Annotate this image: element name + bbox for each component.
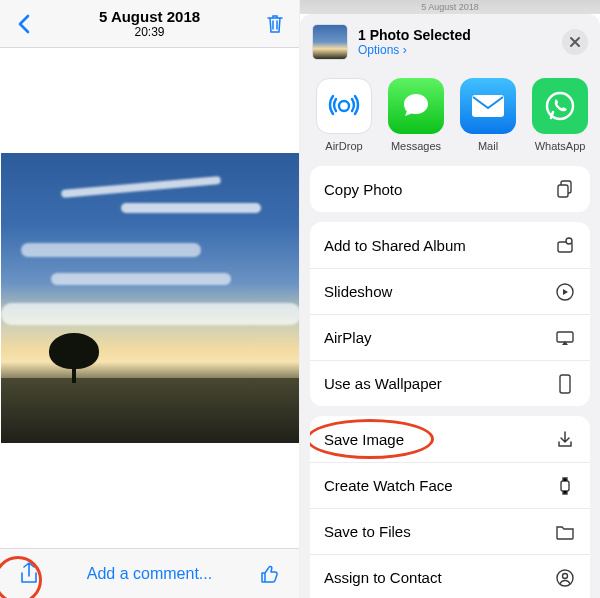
header-time: 20:39	[38, 25, 261, 39]
photo-viewer-screen: 5 August 2018 20:39 Add a comment...	[0, 0, 300, 598]
share-apps-row[interactable]: AirDrop Messages Mail	[300, 70, 600, 158]
trash-icon	[265, 13, 285, 35]
messages-icon	[388, 78, 444, 134]
share-app-airdrop[interactable]: AirDrop	[310, 78, 378, 152]
svg-rect-4	[558, 185, 568, 197]
svg-rect-9	[560, 375, 570, 393]
action-slideshow[interactable]: Slideshow	[310, 268, 590, 314]
back-button[interactable]	[10, 10, 38, 38]
delete-button[interactable]	[261, 10, 289, 38]
svg-rect-1	[472, 95, 504, 117]
like-button[interactable]	[255, 559, 285, 589]
action-group: Add to Shared Album Slideshow AirPlay Us…	[310, 222, 590, 406]
svg-point-6	[566, 238, 572, 244]
play-icon	[554, 281, 576, 303]
whatsapp-icon	[532, 78, 588, 134]
phone-icon	[554, 373, 576, 395]
action-label: Add to Shared Album	[324, 237, 466, 254]
share-sheet-header: 1 Photo Selected Options	[300, 14, 600, 70]
action-add-to-shared-album[interactable]: Add to Shared Album	[310, 222, 590, 268]
background-peek: 5 August 2018	[300, 0, 600, 14]
header-date: 5 August 2018	[38, 8, 261, 25]
close-button[interactable]	[562, 29, 588, 55]
action-label: Save Image	[324, 431, 404, 448]
action-label: Use as Wallpaper	[324, 375, 442, 392]
share-app-messages[interactable]: Messages	[382, 78, 450, 152]
photo-header: 5 August 2018 20:39	[0, 0, 299, 48]
svg-rect-8	[557, 332, 573, 342]
action-airplay[interactable]: AirPlay	[310, 314, 590, 360]
share-app-whatsapp[interactable]: WhatsApp	[526, 78, 594, 152]
action-label: Copy Photo	[324, 181, 402, 198]
app-label: Mail	[478, 140, 498, 152]
options-link[interactable]: Options	[358, 43, 562, 57]
action-save-image[interactable]: Save Image	[310, 416, 590, 462]
action-use-as-wallpaper[interactable]: Use as Wallpaper	[310, 360, 590, 406]
action-assign-to-contact[interactable]: Assign to Contact	[310, 554, 590, 598]
svg-point-12	[563, 573, 568, 578]
selection-thumbnail	[312, 24, 348, 60]
action-create-watch-face[interactable]: Create Watch Face	[310, 462, 590, 508]
copy-icon	[554, 178, 576, 200]
download-icon	[554, 428, 576, 450]
add-comment-link[interactable]: Add a comment...	[44, 565, 255, 583]
photo-area[interactable]	[0, 48, 299, 548]
mail-icon	[460, 78, 516, 134]
photo-footer-bar: Add a comment...	[0, 548, 299, 598]
photo-image	[1, 153, 299, 443]
action-label: AirPlay	[324, 329, 372, 346]
app-label: AirDrop	[325, 140, 362, 152]
folder-icon	[554, 521, 576, 543]
thumbs-up-icon	[259, 563, 281, 585]
share-icon	[18, 561, 40, 587]
action-save-to-files[interactable]: Save to Files	[310, 508, 590, 554]
share-button[interactable]	[14, 559, 44, 589]
action-label: Assign to Contact	[324, 569, 442, 586]
app-label: Messages	[391, 140, 441, 152]
chevron-left-icon	[17, 14, 31, 34]
contact-icon	[554, 567, 576, 589]
action-group: Save Image Create Watch Face Save to Fil…	[310, 416, 590, 598]
app-label: WhatsApp	[535, 140, 586, 152]
action-label: Create Watch Face	[324, 477, 453, 494]
svg-rect-10	[561, 481, 569, 491]
action-label: Slideshow	[324, 283, 392, 300]
action-list[interactable]: Copy Photo Add to Shared Album Slideshow	[300, 158, 600, 598]
shared-album-icon	[554, 234, 576, 256]
selection-title: 1 Photo Selected	[358, 27, 562, 43]
share-sheet-screen: 5 August 2018 1 Photo Selected Options A…	[300, 0, 600, 598]
action-group: Copy Photo	[310, 166, 590, 212]
airplay-icon	[554, 327, 576, 349]
share-sheet: 1 Photo Selected Options AirDrop	[300, 14, 600, 598]
action-label: Save to Files	[324, 523, 411, 540]
close-icon	[569, 36, 581, 48]
watch-icon	[554, 475, 576, 497]
airdrop-icon	[316, 78, 372, 134]
action-copy-photo[interactable]: Copy Photo	[310, 166, 590, 212]
svg-point-0	[339, 101, 349, 111]
share-app-mail[interactable]: Mail	[454, 78, 522, 152]
